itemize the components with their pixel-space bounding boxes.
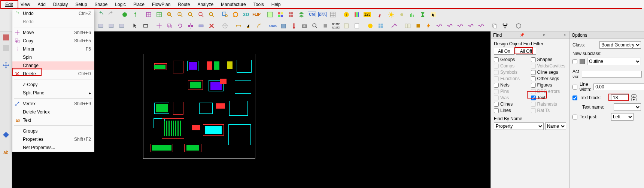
tool-zoom-select[interactable] xyxy=(220,10,230,19)
tool-rect-2[interactable] xyxy=(106,21,116,31)
tool-dim-c[interactable] xyxy=(255,21,264,31)
text-block-spin-up[interactable]: ▲ xyxy=(631,94,637,98)
dd-netprops[interactable]: Net Properties... xyxy=(12,143,94,152)
options-text-name-select[interactable] xyxy=(614,103,641,111)
dd-move[interactable]: MoveShift+F6 xyxy=(12,28,94,37)
find-all-on-button[interactable]: All On xyxy=(494,48,514,55)
tool-zoom-fit[interactable] xyxy=(186,10,195,19)
options-text-block-input[interactable] xyxy=(611,94,629,101)
tool-target[interactable] xyxy=(220,21,230,31)
options-class-select[interactable]: Board Geometry xyxy=(599,41,641,49)
dd-splitplane[interactable]: Split Plane xyxy=(12,89,94,97)
gutter-text-icon[interactable]: ab xyxy=(2,148,10,156)
menu-display[interactable]: Display xyxy=(49,1,72,8)
tool-cm[interactable]: CM xyxy=(307,10,317,19)
tool-zoom-red[interactable] xyxy=(196,10,206,19)
tool-book-open[interactable] xyxy=(403,21,413,31)
find-all-off-button[interactable]: All Off xyxy=(516,48,536,55)
find-check-figures[interactable] xyxy=(531,83,536,88)
tool-undo[interactable] xyxy=(96,10,106,19)
find-check-groups[interactable] xyxy=(494,57,499,62)
tool-chip-2[interactable] xyxy=(413,21,423,31)
design-canvas[interactable]: Find 📌 ▾ × Design Object Find Filter All… xyxy=(12,31,644,188)
find-check-nets[interactable] xyxy=(494,83,499,88)
tool-layers[interactable] xyxy=(286,10,296,19)
tool-wave-e[interactable] xyxy=(476,21,486,31)
tool-book[interactable] xyxy=(341,21,351,31)
panel-close-icon[interactable]: × xyxy=(562,33,567,37)
tool-zoom-prev[interactable] xyxy=(207,10,216,19)
options-subclass-check[interactable] xyxy=(572,59,577,64)
menu-manufacture[interactable]: Manufacture xyxy=(217,1,250,8)
tool-globe[interactable] xyxy=(120,10,130,19)
tool-align[interactable] xyxy=(196,21,206,31)
menu-view[interactable]: View xyxy=(17,1,34,8)
menu-edit[interactable]: Edit xyxy=(1,1,17,8)
tool-zoom-out[interactable] xyxy=(175,10,185,19)
dd-copy[interactable]: CopyShift+F5 xyxy=(12,37,94,45)
find-nets[interactable]: Nets xyxy=(494,82,529,88)
menu-route[interactable]: Route xyxy=(174,1,194,8)
gutter-diamond-icon[interactable] xyxy=(2,131,10,139)
menu-logic[interactable]: Logic xyxy=(111,1,130,8)
tool-sun[interactable] xyxy=(386,10,396,19)
tool-copy-doc[interactable] xyxy=(490,21,499,31)
tool-doc[interactable] xyxy=(352,21,362,31)
tool-flip[interactable]: FLIP xyxy=(252,10,261,19)
tool-inspect[interactable] xyxy=(310,21,320,31)
tool-dim-l[interactable] xyxy=(244,21,254,31)
tool-dim-h[interactable] xyxy=(234,21,243,31)
tool-colors[interactable] xyxy=(276,10,285,19)
find-check-clines[interactable] xyxy=(494,102,499,107)
tool-wave-b[interactable] xyxy=(445,21,455,31)
dd-properties[interactable]: PropertiesShift+F2 xyxy=(12,135,94,143)
tool-copy-purple[interactable] xyxy=(165,21,174,31)
tool-stackup[interactable] xyxy=(297,10,306,19)
dd-change[interactable]: Change xyxy=(12,61,94,70)
tool-bars[interactable] xyxy=(407,10,417,19)
options-text-block-check[interactable] xyxy=(572,95,577,100)
tool-chip[interactable] xyxy=(321,21,330,31)
dd-groups[interactable]: Groups xyxy=(12,127,94,135)
find-cline-segs[interactable]: Cline segs xyxy=(531,70,566,75)
tool-wave-c[interactable] xyxy=(455,21,465,31)
menu-place[interactable]: Place xyxy=(130,1,148,8)
tool-grid-green[interactable] xyxy=(154,10,164,19)
tool-refresh[interactable] xyxy=(231,10,240,19)
tool-camera[interactable] xyxy=(300,21,309,31)
find-check-text[interactable] xyxy=(531,95,536,100)
tool-tree[interactable] xyxy=(500,21,510,31)
find-property-select[interactable]: Property xyxy=(494,122,544,130)
dd-delete[interactable]: DeleteCtrl+D xyxy=(12,70,94,78)
find-figures[interactable]: Figures xyxy=(531,82,566,88)
text-block-spin-down[interactable]: ▼ xyxy=(631,98,637,101)
tool-target-yellow[interactable] xyxy=(365,21,375,31)
tool-grid-purple[interactable] xyxy=(144,10,154,19)
tool-zoom-in[interactable] xyxy=(165,10,174,19)
dd-text[interactable]: ab Text xyxy=(12,116,94,124)
tool-ruler[interactable]: 123 xyxy=(362,10,372,19)
find-check-lines[interactable] xyxy=(494,108,499,113)
tool-palette[interactable] xyxy=(352,10,362,19)
find-check-cline-segs[interactable] xyxy=(531,70,536,75)
dd-zcopy[interactable]: Z-Copy xyxy=(12,81,94,89)
dd-mirror[interactable]: MirrorF6 xyxy=(12,45,94,53)
tool-cursor-yellow[interactable] xyxy=(428,10,438,19)
tool-library[interactable] xyxy=(279,21,288,31)
dd-spin[interactable]: Spin xyxy=(12,53,94,61)
tool-redo[interactable] xyxy=(106,10,116,19)
menu-shape[interactable]: Shape xyxy=(91,1,112,8)
tool-rect-1[interactable] xyxy=(96,21,106,31)
tool-grid-on[interactable] xyxy=(265,10,275,19)
tool-wave-1[interactable] xyxy=(389,21,399,31)
menu-flowplan[interactable]: FlowPlan xyxy=(148,1,174,8)
tool-draw-rect[interactable] xyxy=(141,21,151,31)
dd-delvertex[interactable]: Delete Vertex xyxy=(12,108,94,116)
tool-wave-d[interactable] xyxy=(466,21,476,31)
tool-move-purple[interactable] xyxy=(154,21,164,31)
tool-rect-3[interactable] xyxy=(117,21,127,31)
find-check-other-segs[interactable] xyxy=(531,76,536,81)
find-other-segs[interactable]: Other segs xyxy=(531,76,566,81)
find-check-shapes[interactable] xyxy=(531,57,536,62)
dd-undo[interactable]: UndoCtrl+Z xyxy=(12,9,94,18)
